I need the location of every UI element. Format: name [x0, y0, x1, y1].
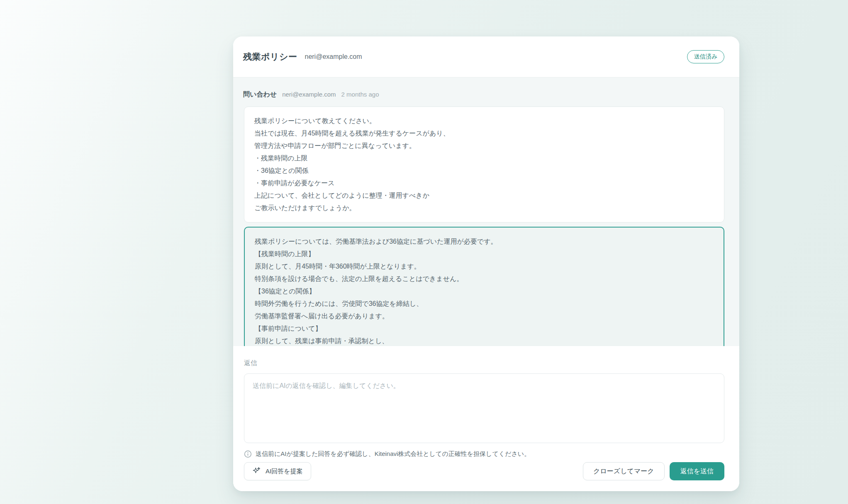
- sparkle-icon: [252, 466, 261, 476]
- inquiry-meta-row: 問い合わせ neri@example.com 2 months ago: [233, 78, 739, 107]
- right-actions: クローズしてマーク 返信を送信: [583, 462, 724, 480]
- suggest-ai-answer-button[interactable]: AI回答を提案: [244, 462, 311, 480]
- inquiry-section: 問い合わせ neri@example.com 2 months ago 残業ポリ…: [233, 78, 739, 346]
- ticket-requester-email: neri@example.com: [305, 53, 362, 61]
- info-icon: [244, 450, 252, 458]
- notice-text: 送信前にAIが提案した回答を必ず確認し、Kiteinavi株式会社としての正確性…: [256, 450, 530, 458]
- send-reply-label: 返信を送信: [680, 467, 714, 476]
- inquiry-email: neri@example.com: [282, 90, 336, 99]
- suggest-ai-answer-label: AI回答を提案: [266, 468, 303, 475]
- actions-row: AI回答を提案 クローズしてマーク 返信を送信: [244, 462, 724, 480]
- ticket-card: 残業ポリシー neri@example.com 送信済み 問い合わせ neri@…: [233, 36, 739, 491]
- user-message: 残業ポリシーについて教えてください。 当社では現在、月45時間を超える残業が発生…: [244, 107, 724, 223]
- send-reply-button[interactable]: 返信を送信: [670, 462, 724, 480]
- status-badge: 送信済み: [687, 50, 724, 63]
- ai-suggested-response[interactable]: 残業ポリシーについては、労働基準法および36協定に基づいた運用が必要です。 【残…: [244, 227, 724, 346]
- inquiry-label: 問い合わせ: [243, 90, 277, 99]
- reply-label: 返信: [244, 359, 724, 368]
- reply-section: 返信 送信前にAIが提案した回答を必ず確認し、Kiteinavi株式会社としての…: [233, 346, 739, 491]
- page-title: 残業ポリシー: [243, 51, 297, 63]
- reply-input[interactable]: [244, 373, 724, 443]
- ticket-header: 残業ポリシー neri@example.com 送信済み: [233, 36, 739, 78]
- inquiry-timestamp: 2 months ago: [341, 90, 379, 99]
- close-and-mark-button[interactable]: クローズしてマーク: [583, 462, 665, 480]
- notice-row: 送信前にAIが提案した回答を必ず確認し、Kiteinavi株式会社としての正確性…: [244, 450, 724, 458]
- close-and-mark-label: クローズしてマーク: [593, 467, 654, 476]
